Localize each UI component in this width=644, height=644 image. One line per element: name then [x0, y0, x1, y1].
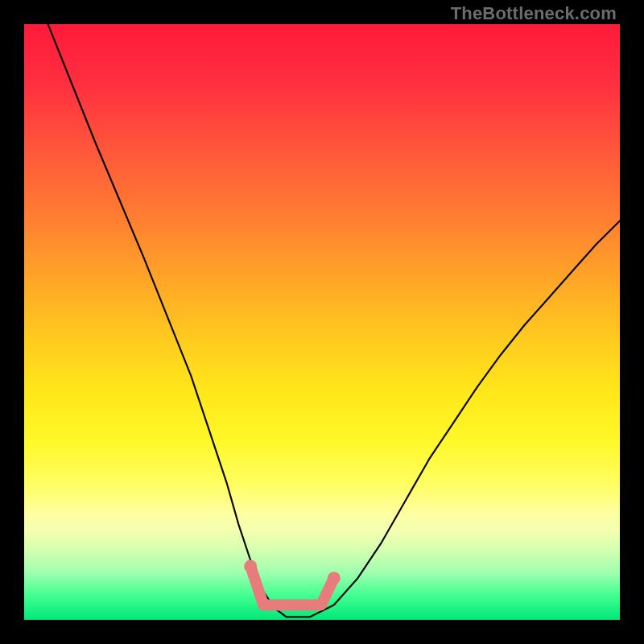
flat-zone-cap-right-icon	[328, 572, 341, 584]
bottleneck-curve	[48, 24, 620, 617]
chart-svg-layer	[24, 24, 620, 620]
flat-zone-highlight	[250, 566, 334, 605]
chart-frame: TheBottleneck.com	[0, 0, 644, 644]
flat-zone-cap-left-icon	[244, 559, 257, 572]
watermark-text: TheBottleneck.com	[451, 3, 617, 24]
plot-area	[24, 24, 620, 620]
